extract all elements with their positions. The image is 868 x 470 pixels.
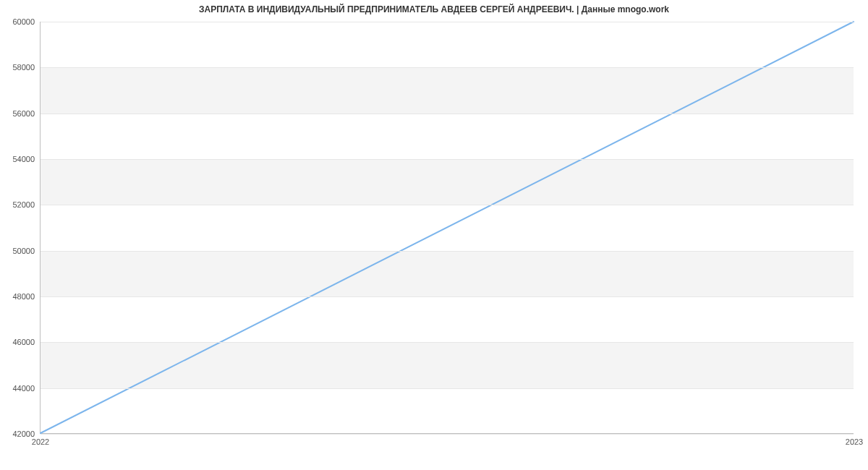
series-line bbox=[41, 22, 854, 433]
y-gridline bbox=[41, 342, 854, 343]
plot-area: 4200044000460004800050000520005400056000… bbox=[40, 22, 854, 434]
y-gridline bbox=[41, 159, 854, 160]
y-gridline bbox=[41, 22, 854, 22]
y-gridline bbox=[41, 434, 854, 435]
y-tick-label: 48000 bbox=[12, 292, 35, 301]
y-gridline bbox=[41, 388, 854, 389]
x-tick-label: 2022 bbox=[32, 437, 49, 446]
y-gridline bbox=[41, 67, 854, 68]
y-gridline bbox=[41, 296, 854, 297]
y-tick-label: 52000 bbox=[12, 200, 35, 209]
y-gridline bbox=[41, 251, 854, 252]
y-tick-label: 56000 bbox=[12, 109, 35, 118]
salary-line-chart: ЗАРПЛАТА В ИНДИВИДУАЛЬНЫЙ ПРЕДПРИНИМАТЕЛ… bbox=[0, 0, 868, 470]
y-tick-label: 58000 bbox=[12, 63, 35, 72]
x-tick-label: 2023 bbox=[846, 437, 863, 446]
y-tick-label: 44000 bbox=[12, 384, 35, 393]
y-tick-label: 50000 bbox=[12, 247, 35, 255]
chart-title: ЗАРПЛАТА В ИНДИВИДУАЛЬНЫЙ ПРЕДПРИНИМАТЕЛ… bbox=[0, 4, 868, 14]
y-gridline bbox=[41, 205, 854, 205]
y-gridline bbox=[41, 114, 854, 114]
y-tick-label: 60000 bbox=[12, 17, 35, 26]
line-layer bbox=[41, 22, 854, 433]
y-tick-label: 46000 bbox=[12, 338, 35, 346]
y-tick-label: 54000 bbox=[12, 155, 35, 163]
